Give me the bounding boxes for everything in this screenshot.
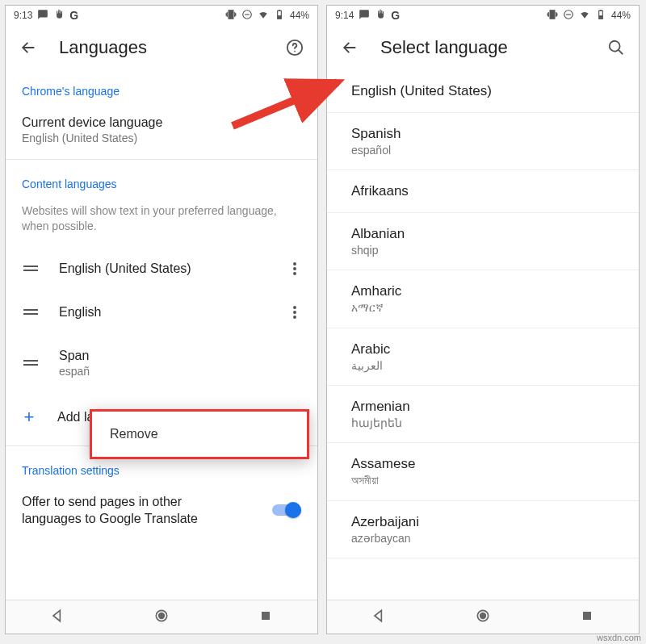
translate-toggle-label: Offer to send pages in other languages t… xyxy=(22,493,264,528)
language-option-sublabel: العربية xyxy=(351,359,615,372)
language-option[interactable]: Amharic አማርኛ xyxy=(327,270,639,328)
section-chrome-language: Chrome's language xyxy=(6,70,317,104)
svg-rect-13 xyxy=(599,15,603,19)
language-option-label: Afrikaans xyxy=(351,183,615,199)
nav-recent-icon[interactable] xyxy=(258,608,274,627)
svg-rect-9 xyxy=(262,612,270,620)
page-title: Select language xyxy=(380,37,508,58)
back-icon[interactable] xyxy=(17,36,40,59)
phone-right: 9:14 G xyxy=(326,5,640,634)
language-option-label: Armenian xyxy=(351,399,615,415)
battery-icon xyxy=(595,9,606,23)
battery-icon xyxy=(274,9,285,23)
language-option[interactable]: Albanian shqip xyxy=(327,213,639,270)
svg-point-8 xyxy=(159,613,165,618)
content-language-label: English (United States) xyxy=(59,261,285,276)
content-left: Chrome's language Current device languag… xyxy=(6,70,317,600)
language-option[interactable]: Afrikaans xyxy=(327,170,639,213)
svg-line-16 xyxy=(619,49,623,54)
vibrate-icon xyxy=(225,9,237,23)
search-icon[interactable] xyxy=(605,36,627,59)
language-option[interactable]: Arabic العربية xyxy=(327,328,639,386)
nav-back-icon[interactable] xyxy=(49,608,65,627)
watermark: wsxdn.com xyxy=(597,633,641,642)
language-option[interactable]: Armenian հայերեն xyxy=(327,386,639,443)
status-battery-pct: 44% xyxy=(290,10,309,21)
content-language-label: Span xyxy=(59,349,304,363)
svg-point-6 xyxy=(294,50,296,52)
drag-handle-icon[interactable] xyxy=(19,266,43,271)
back-icon[interactable] xyxy=(338,36,361,59)
status-time: 9:13 xyxy=(14,10,32,21)
wifi-icon xyxy=(258,9,269,23)
language-option-sublabel: հայերեն xyxy=(351,416,615,429)
current-device-language-label: Current device language xyxy=(22,115,301,130)
status-battery-pct: 44% xyxy=(611,10,631,21)
language-option-sublabel: azərbaycan xyxy=(351,532,615,545)
svg-rect-3 xyxy=(278,15,282,19)
status-bar: 9:14 G xyxy=(327,6,639,25)
page-title: Languages xyxy=(59,37,147,58)
nav-recent-icon[interactable] xyxy=(579,608,595,627)
help-icon[interactable] xyxy=(283,36,306,59)
language-option-sublabel: অসমীয়া xyxy=(351,474,615,487)
notif-google-icon: G xyxy=(391,9,400,22)
current-device-language-value: English (United States) xyxy=(22,132,301,144)
language-option[interactable]: Azerbaijani azərbaycan xyxy=(327,501,639,558)
language-option-label: Azerbaijani xyxy=(351,514,615,530)
wifi-icon xyxy=(579,9,590,23)
language-option-sublabel: shqip xyxy=(351,244,615,257)
content-language-sublabel: españ xyxy=(59,365,304,378)
svg-point-15 xyxy=(610,40,620,51)
drag-handle-icon[interactable] xyxy=(19,309,43,315)
nav-home-icon[interactable] xyxy=(153,608,170,627)
context-menu-remove[interactable]: Remove xyxy=(90,409,309,459)
language-option[interactable]: English (United States) xyxy=(327,70,639,113)
notif-hand-icon xyxy=(53,9,65,23)
language-option-label: Arabic xyxy=(351,341,615,358)
translate-toggle-switch[interactable] xyxy=(272,502,301,518)
language-option-label: English (United States) xyxy=(351,83,615,99)
notif-message-icon xyxy=(37,9,48,23)
nav-bar xyxy=(6,600,317,634)
notif-google-icon: G xyxy=(69,9,78,22)
drag-handle-icon[interactable] xyxy=(19,360,43,366)
app-bar: Select language xyxy=(327,25,639,70)
dnd-icon xyxy=(563,9,574,23)
language-option-sublabel: አማርኛ xyxy=(351,301,615,315)
language-option-sublabel: español xyxy=(351,144,615,157)
language-option[interactable]: Assamese অসমীয়া xyxy=(327,443,639,501)
more-icon[interactable] xyxy=(285,262,304,275)
section-content-languages: Content languages xyxy=(6,163,317,197)
translate-toggle-row[interactable]: Offer to send pages in other languages t… xyxy=(6,483,317,528)
current-device-language-row[interactable]: Current device language English (United … xyxy=(6,104,317,156)
context-menu-remove-label: Remove xyxy=(110,427,158,441)
content-language-label: English xyxy=(59,305,285,320)
language-list: English (United States) Spanish español … xyxy=(327,70,639,600)
language-option-label: Amharic xyxy=(351,283,615,299)
language-option-label: Assamese xyxy=(351,456,615,472)
nav-bar xyxy=(327,600,639,634)
content-language-row[interactable]: Span españ xyxy=(6,334,317,392)
svg-rect-14 xyxy=(600,10,602,10)
nav-back-icon[interactable] xyxy=(371,608,387,627)
nav-home-icon[interactable] xyxy=(475,608,491,627)
dnd-icon xyxy=(241,9,253,23)
status-time: 9:14 xyxy=(335,10,354,21)
vibrate-icon xyxy=(547,9,558,23)
content-language-row[interactable]: English (United States) xyxy=(6,247,317,291)
notif-message-icon xyxy=(359,9,370,23)
content-languages-desc: Websites will show text in your preferre… xyxy=(6,197,317,247)
notif-hand-icon xyxy=(375,9,386,23)
language-option-label: Albanian xyxy=(351,226,615,242)
svg-rect-19 xyxy=(583,612,591,620)
plus-icon: + xyxy=(22,407,36,428)
divider xyxy=(6,159,317,160)
more-icon[interactable] xyxy=(285,306,304,319)
language-option-label: Spanish xyxy=(351,126,615,142)
status-bar: 9:13 G xyxy=(6,6,317,25)
svg-rect-4 xyxy=(279,10,280,10)
svg-point-18 xyxy=(480,613,486,618)
content-language-row[interactable]: English xyxy=(6,291,317,334)
language-option[interactable]: Spanish español xyxy=(327,113,639,170)
